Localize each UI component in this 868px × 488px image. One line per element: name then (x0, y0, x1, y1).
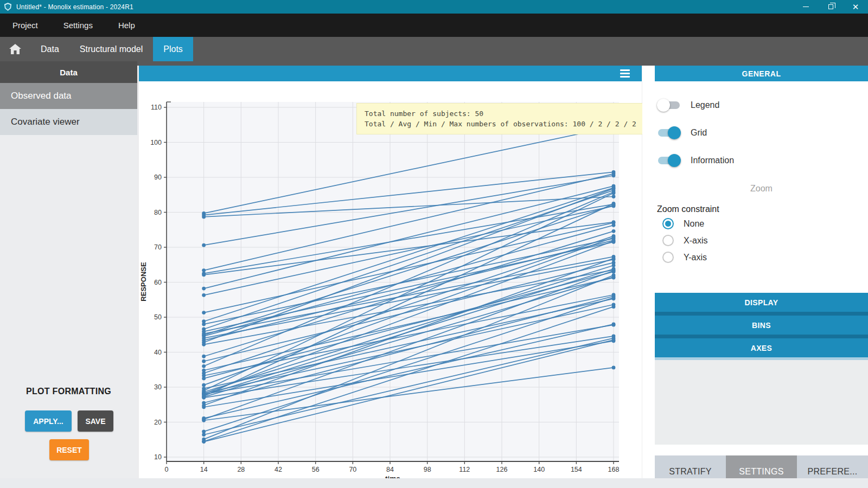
menu-settings[interactable]: Settings (63, 21, 93, 30)
sidebar-section-header: Data (0, 61, 137, 83)
svg-text:100: 100 (150, 139, 162, 146)
svg-text:80: 80 (154, 209, 162, 216)
legend-toggle[interactable] (658, 101, 680, 109)
info-line-observations: Total / Avg / Min / Max numbers of obser… (365, 119, 636, 129)
svg-text:70: 70 (349, 466, 356, 473)
grid-toggle[interactable] (658, 129, 680, 137)
section-separator (655, 335, 868, 338)
svg-text:10: 10 (154, 453, 162, 461)
svg-text:126: 126 (496, 466, 508, 473)
svg-text:42: 42 (275, 466, 282, 473)
svg-text:84: 84 (386, 466, 394, 473)
restore-button[interactable] (818, 0, 843, 14)
restore-icon (828, 4, 833, 9)
monolix-logo-icon (4, 3, 12, 11)
spaghetti-plot[interactable]: 1020304050607080901001100142842567084981… (139, 81, 642, 478)
general-section-header[interactable]: GENERAL (655, 66, 868, 81)
svg-text:140: 140 (533, 466, 545, 473)
tab-structural-model[interactable]: Structural model (69, 37, 154, 61)
apply-button[interactable]: APPLY... (25, 410, 72, 432)
sidebar-item-observed-data[interactable]: Observed data (0, 83, 137, 109)
information-toggle[interactable] (658, 157, 680, 164)
information-toggle-row: Information (658, 156, 734, 165)
close-icon: ✕ (852, 3, 859, 11)
title-bar: Untitled* - Monolix estimation - 2024R1 … (0, 0, 868, 14)
tabbar-lower-strip (137, 61, 868, 66)
svg-text:40: 40 (154, 349, 162, 356)
svg-text:50: 50 (154, 313, 162, 321)
svg-text:70: 70 (154, 243, 162, 251)
svg-text:14: 14 (200, 466, 208, 473)
radio-y-axis-label: Y-axis (684, 253, 707, 262)
home-tab[interactable] (0, 37, 30, 61)
home-icon (9, 44, 21, 54)
observed-data-plot-card: 1020304050607080901001100142842567084981… (139, 66, 642, 478)
plot-header-bar (139, 66, 642, 81)
svg-text:time: time (385, 474, 400, 478)
svg-text:110: 110 (151, 104, 162, 111)
display-section-button[interactable]: DISPLAY (655, 293, 868, 312)
menu-help[interactable]: Help (118, 21, 135, 30)
plots-sidebar: Data Observed data Covariate viewer PLOT… (0, 61, 137, 488)
svg-text:90: 90 (154, 174, 162, 181)
minimize-icon (803, 7, 809, 7)
legend-toggle-label: Legend (691, 100, 719, 110)
observed-data-chart[interactable]: 1020304050607080901001100142842567084981… (139, 81, 642, 478)
information-toggle-label: Information (691, 156, 734, 165)
zoom-constraint-yaxis-row: Y-axis (662, 252, 707, 263)
svg-text:RESPONSE: RESPONSE (139, 262, 148, 301)
svg-text:28: 28 (237, 466, 245, 473)
window-title: Untitled* - Monolix estimation - 2024R1 (16, 3, 133, 11)
grid-toggle-row: Grid (658, 128, 707, 138)
radio-x-axis[interactable] (662, 235, 674, 246)
plot-menu-icon[interactable] (620, 69, 630, 78)
svg-text:0: 0 (165, 466, 169, 473)
svg-text:168: 168 (608, 466, 620, 473)
svg-text:154: 154 (571, 466, 582, 473)
radio-y-axis[interactable] (662, 252, 674, 263)
minimize-button[interactable] (793, 0, 818, 14)
svg-text:112: 112 (459, 466, 470, 473)
close-button[interactable]: ✕ (843, 0, 868, 14)
zoom-constraint-label: Zoom constraint (657, 204, 719, 214)
svg-text:20: 20 (154, 419, 162, 426)
svg-text:56: 56 (312, 466, 320, 473)
zoom-constraint-xaxis-row: X-axis (662, 235, 707, 246)
tab-data[interactable]: Data (30, 37, 69, 61)
plot-formatting-title: PLOT FORMATTING (0, 387, 137, 396)
axes-section-button[interactable]: AXES (655, 338, 868, 357)
svg-text:30: 30 (154, 383, 162, 391)
section-separator (655, 312, 868, 316)
legend-toggle-row: Legend (658, 100, 719, 110)
sidebar-item-covariate-viewer[interactable]: Covariate viewer (0, 109, 137, 135)
svg-text:98: 98 (424, 466, 431, 473)
grid-toggle-label: Grid (691, 128, 707, 138)
save-button[interactable]: SAVE (78, 410, 113, 432)
svg-text:60: 60 (154, 279, 162, 286)
tab-plots[interactable]: Plots (153, 37, 193, 61)
panel-empty-area (655, 360, 868, 445)
menu-project[interactable]: Project (12, 21, 38, 30)
settings-panel: GENERAL Legend Grid Information Zoom Zoo… (642, 66, 868, 488)
zoom-constraint-none-row: None (662, 218, 704, 229)
zoom-label: Zoom (655, 184, 868, 194)
main-tab-bar: Data Structural model Plots (0, 37, 868, 61)
radio-none[interactable] (662, 218, 674, 229)
radio-none-label: None (684, 219, 704, 229)
bottom-strip (0, 478, 868, 488)
info-line-subjects: Total number of subjects: 50 (365, 108, 636, 119)
chart-info-box: Total number of subjects: 50 Total / Avg… (356, 103, 644, 134)
menu-bar: Project Settings Help (0, 14, 868, 37)
radio-x-axis-label: X-axis (684, 236, 707, 246)
reset-button[interactable]: RESET (49, 439, 89, 460)
bins-section-button[interactable]: BINS (655, 316, 868, 335)
